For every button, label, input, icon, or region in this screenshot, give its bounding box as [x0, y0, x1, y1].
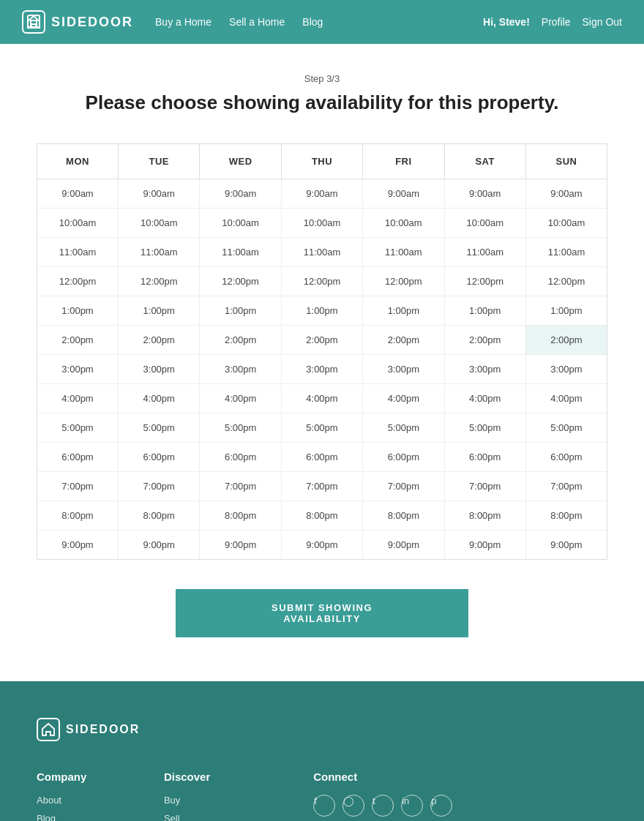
- brand[interactable]: SIDEDOOR: [22, 10, 133, 34]
- time-slot-sun-300pm[interactable]: 3:00pm: [525, 355, 607, 384]
- time-slot-sun-900am[interactable]: 9:00am: [525, 179, 607, 209]
- time-slot-mon-1100am[interactable]: 11:00am: [37, 238, 119, 267]
- time-slot-mon-200pm[interactable]: 2:00pm: [37, 326, 119, 355]
- time-slot-tue-1200pm[interactable]: 12:00pm: [119, 267, 200, 296]
- time-slot-thu-500pm[interactable]: 5:00pm: [281, 413, 362, 443]
- time-slot-mon-900pm[interactable]: 9:00pm: [37, 531, 119, 560]
- time-slot-thu-700pm[interactable]: 7:00pm: [281, 472, 362, 501]
- time-slot-thu-600pm[interactable]: 6:00pm: [281, 443, 362, 472]
- nav-buy[interactable]: Buy a Home: [155, 16, 211, 28]
- time-slot-mon-700pm[interactable]: 7:00pm: [37, 472, 119, 501]
- time-slot-tue-900am[interactable]: 9:00am: [119, 179, 200, 209]
- time-slot-sun-500pm[interactable]: 5:00pm: [525, 413, 607, 443]
- time-slot-thu-1000am[interactable]: 10:00am: [281, 209, 362, 238]
- time-slot-mon-900am[interactable]: 9:00am: [37, 179, 119, 209]
- time-slot-tue-100pm[interactable]: 1:00pm: [119, 296, 200, 326]
- time-slot-thu-1200pm[interactable]: 12:00pm: [281, 267, 362, 296]
- time-slot-wed-500pm[interactable]: 5:00pm: [200, 413, 281, 443]
- time-slot-wed-1200pm[interactable]: 12:00pm: [200, 267, 281, 296]
- time-slot-sun-1000am[interactable]: 10:00am: [525, 209, 607, 238]
- time-slot-sun-100pm[interactable]: 1:00pm: [525, 296, 607, 326]
- time-slot-tue-300pm[interactable]: 3:00pm: [119, 355, 200, 384]
- time-slot-tue-600pm[interactable]: 6:00pm: [119, 443, 200, 472]
- time-slot-wed-300pm[interactable]: 3:00pm: [200, 355, 281, 384]
- time-slot-sat-500pm[interactable]: 5:00pm: [444, 413, 525, 443]
- time-slot-fri-900pm[interactable]: 9:00pm: [363, 531, 444, 560]
- time-slot-sat-100pm[interactable]: 1:00pm: [444, 296, 525, 326]
- time-slot-wed-1100am[interactable]: 11:00am: [200, 238, 281, 267]
- time-slot-tue-200pm[interactable]: 2:00pm: [119, 326, 200, 355]
- time-slot-sun-1100am[interactable]: 11:00am: [525, 238, 607, 267]
- time-slot-wed-400pm[interactable]: 4:00pm: [200, 384, 281, 413]
- facebook-icon[interactable]: f: [313, 795, 335, 817]
- time-slot-sat-300pm[interactable]: 3:00pm: [444, 355, 525, 384]
- twitter-icon[interactable]: t: [372, 795, 394, 817]
- time-slot-sun-400pm[interactable]: 4:00pm: [525, 384, 607, 413]
- nav-blog[interactable]: Blog: [302, 16, 323, 28]
- time-slot-mon-600pm[interactable]: 6:00pm: [37, 443, 119, 472]
- time-slot-fri-1000am[interactable]: 10:00am: [363, 209, 444, 238]
- time-slot-tue-1000am[interactable]: 10:00am: [119, 209, 200, 238]
- linkedin-icon[interactable]: in: [401, 795, 423, 817]
- time-slot-mon-1200pm[interactable]: 12:00pm: [37, 267, 119, 296]
- time-slot-wed-900am[interactable]: 9:00am: [200, 179, 281, 209]
- time-slot-wed-700pm[interactable]: 7:00pm: [200, 472, 281, 501]
- time-slot-thu-300pm[interactable]: 3:00pm: [281, 355, 362, 384]
- time-slot-wed-800pm[interactable]: 8:00pm: [200, 501, 281, 531]
- time-slot-sat-1000am[interactable]: 10:00am: [444, 209, 525, 238]
- time-slot-wed-1000am[interactable]: 10:00am: [200, 209, 281, 238]
- time-slot-thu-800pm[interactable]: 8:00pm: [281, 501, 362, 531]
- time-slot-fri-1100am[interactable]: 11:00am: [363, 238, 444, 267]
- time-slot-sat-900am[interactable]: 9:00am: [444, 179, 525, 209]
- time-slot-mon-800pm[interactable]: 8:00pm: [37, 501, 119, 531]
- time-slot-sun-600pm[interactable]: 6:00pm: [525, 443, 607, 472]
- nav-sell[interactable]: Sell a Home: [229, 16, 285, 28]
- time-slot-sat-1200pm[interactable]: 12:00pm: [444, 267, 525, 296]
- time-slot-sat-900pm[interactable]: 9:00pm: [444, 531, 525, 560]
- time-slot-sun-700pm[interactable]: 7:00pm: [525, 472, 607, 501]
- time-slot-thu-1100am[interactable]: 11:00am: [281, 238, 362, 267]
- footer-sell-link[interactable]: Sell: [164, 813, 255, 821]
- time-slot-tue-800pm[interactable]: 8:00pm: [119, 501, 200, 531]
- time-slot-sat-700pm[interactable]: 7:00pm: [444, 472, 525, 501]
- time-slot-thu-200pm[interactable]: 2:00pm: [281, 326, 362, 355]
- time-slot-mon-300pm[interactable]: 3:00pm: [37, 355, 119, 384]
- time-slot-fri-700pm[interactable]: 7:00pm: [363, 472, 444, 501]
- time-slot-fri-400pm[interactable]: 4:00pm: [363, 384, 444, 413]
- time-slot-fri-600pm[interactable]: 6:00pm: [363, 443, 444, 472]
- time-slot-tue-500pm[interactable]: 5:00pm: [119, 413, 200, 443]
- time-slot-sat-1100am[interactable]: 11:00am: [444, 238, 525, 267]
- time-slot-tue-400pm[interactable]: 4:00pm: [119, 384, 200, 413]
- submit-button[interactable]: SUBMIT SHOWING AVAILABILITY: [176, 589, 468, 637]
- time-slot-mon-1000am[interactable]: 10:00am: [37, 209, 119, 238]
- time-slot-fri-300pm[interactable]: 3:00pm: [363, 355, 444, 384]
- time-slot-tue-1100am[interactable]: 11:00am: [119, 238, 200, 267]
- time-slot-sun-900pm[interactable]: 9:00pm: [525, 531, 607, 560]
- time-slot-sun-800pm[interactable]: 8:00pm: [525, 501, 607, 531]
- time-slot-tue-900pm[interactable]: 9:00pm: [119, 531, 200, 560]
- time-slot-thu-900pm[interactable]: 9:00pm: [281, 531, 362, 560]
- footer-blog-link[interactable]: Blog: [37, 813, 105, 821]
- time-slot-wed-900pm[interactable]: 9:00pm: [200, 531, 281, 560]
- time-slot-fri-200pm[interactable]: 2:00pm: [363, 326, 444, 355]
- time-slot-mon-400pm[interactable]: 4:00pm: [37, 384, 119, 413]
- time-slot-sat-800pm[interactable]: 8:00pm: [444, 501, 525, 531]
- time-slot-thu-100pm[interactable]: 1:00pm: [281, 296, 362, 326]
- nav-profile[interactable]: Profile: [542, 16, 571, 28]
- time-slot-thu-900am[interactable]: 9:00am: [281, 179, 362, 209]
- time-slot-fri-1200pm[interactable]: 12:00pm: [363, 267, 444, 296]
- footer-about-link[interactable]: About: [37, 795, 105, 806]
- time-slot-wed-200pm[interactable]: 2:00pm: [200, 326, 281, 355]
- instagram-icon[interactable]: ◯: [342, 795, 364, 817]
- nav-signout[interactable]: Sign Out: [583, 16, 622, 28]
- time-slot-fri-100pm[interactable]: 1:00pm: [363, 296, 444, 326]
- time-slot-sun-1200pm[interactable]: 12:00pm: [525, 267, 607, 296]
- time-slot-thu-400pm[interactable]: 4:00pm: [281, 384, 362, 413]
- time-slot-fri-500pm[interactable]: 5:00pm: [363, 413, 444, 443]
- time-slot-fri-900am[interactable]: 9:00am: [363, 179, 444, 209]
- time-slot-wed-600pm[interactable]: 6:00pm: [200, 443, 281, 472]
- footer-buy-link[interactable]: Buy: [164, 795, 255, 806]
- time-slot-fri-800pm[interactable]: 8:00pm: [363, 501, 444, 531]
- pinterest-icon[interactable]: p: [430, 795, 452, 817]
- time-slot-mon-100pm[interactable]: 1:00pm: [37, 296, 119, 326]
